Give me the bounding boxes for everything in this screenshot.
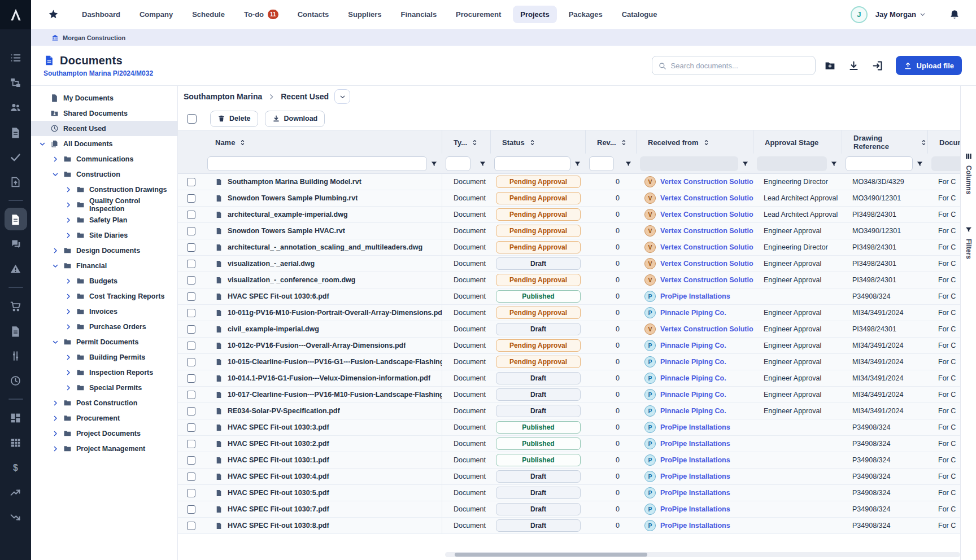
sort-icon[interactable] <box>920 139 927 146</box>
company-link[interactable]: Vertex Construction Solutions <box>660 227 753 235</box>
filters-toggle[interactable]: Filters <box>965 226 973 259</box>
chevron-right-icon[interactable] <box>52 247 59 254</box>
table-row[interactable]: civil_example-imperial.dwgDocumentDraft0… <box>178 321 960 338</box>
clock-icon[interactable] <box>5 369 27 392</box>
upload-file-button[interactable]: Upload file <box>896 56 962 75</box>
tree-item-design-documents[interactable]: Design Documents <box>31 243 177 258</box>
tree-item-communications[interactable]: Communications <box>31 151 177 167</box>
table-row[interactable]: HVAC SPEC Fit-out 1030:6.pdfDocumentPubl… <box>178 288 960 305</box>
nav-item-packages[interactable]: Packages <box>561 6 610 23</box>
filter-input-type[interactable] <box>446 156 470 171</box>
user-menu[interactable]: Jay Morgan <box>875 10 926 19</box>
row-checkbox[interactable] <box>187 423 195 432</box>
company-link[interactable]: ProPipe Installations <box>660 522 730 530</box>
search-input[interactable] <box>671 62 809 70</box>
user-avatar[interactable]: J <box>851 6 868 23</box>
tree-item-quality-control-inspection[interactable]: Quality Control Inspection <box>31 197 177 212</box>
chat-icon[interactable] <box>5 233 27 255</box>
sliders-icon[interactable] <box>5 344 27 367</box>
nav-item-procurement[interactable]: Procurement <box>448 6 508 23</box>
breadcrumb-dropdown-button[interactable] <box>334 89 350 104</box>
tree-item-shared-documents[interactable]: Shared Documents <box>31 106 177 121</box>
chevron-right-icon[interactable] <box>65 232 72 239</box>
company-link[interactable]: Vertex Construction Solutions <box>660 194 753 202</box>
warning-icon[interactable] <box>5 257 27 280</box>
table-row[interactable]: HVAC SPEC Fit-out 1030:7.pdfDocumentDraf… <box>178 501 960 518</box>
row-checkbox[interactable] <box>187 473 195 481</box>
sort-icon[interactable] <box>239 139 246 146</box>
column-header-docum[interactable]: Docum <box>928 130 960 154</box>
table-row[interactable]: 10-015-Clearline-Fusion---PV16-G1---Fusi… <box>178 354 960 370</box>
chevron-down-icon[interactable] <box>52 262 59 269</box>
tree-item-special-permits[interactable]: Special Permits <box>31 380 177 395</box>
select-all-checkbox[interactable] <box>187 114 197 124</box>
row-checkbox[interactable] <box>187 440 195 448</box>
company-link[interactable]: Pinnacle Piping Co. <box>660 342 726 349</box>
tree-item-building-permits[interactable]: Building Permits <box>31 349 177 365</box>
company-link[interactable]: ProPipe Installations <box>660 473 730 480</box>
table-row[interactable]: RE034-Solar-PV-Specification.pdfDocument… <box>178 403 960 419</box>
nav-item-contacts[interactable]: Contacts <box>290 6 337 23</box>
chevron-right-icon[interactable] <box>52 156 59 163</box>
list-icon[interactable] <box>5 46 27 69</box>
tree-item-permit-documents[interactable]: Permit Documents <box>31 334 177 349</box>
table-row[interactable]: HVAC SPEC Fit-out 1030:2.pdfDocumentPubl… <box>178 436 960 452</box>
filter-input-status[interactable] <box>494 156 570 171</box>
tree-item-safety-plan[interactable]: Safety Plan <box>31 212 177 228</box>
row-checkbox[interactable] <box>187 292 195 301</box>
download-button[interactable] <box>845 56 863 75</box>
tree-item-construction-drawings[interactable]: Construction Drawings <box>31 182 177 197</box>
nav-item-suppliers[interactable]: Suppliers <box>341 6 389 23</box>
tree-item-my-documents[interactable]: My Documents <box>31 90 177 106</box>
row-checkbox[interactable] <box>187 211 195 219</box>
app-logo[interactable] <box>0 0 31 29</box>
table-row[interactable]: HVAC SPEC Fit-out 1030:4.pdfDocumentDraf… <box>178 469 960 485</box>
company-link[interactable]: Vertex Construction Solutions <box>660 325 753 333</box>
project-link[interactable]: Southampton Marina P/2024/M032 <box>43 69 153 77</box>
table-icon[interactable] <box>5 431 27 454</box>
row-checkbox[interactable] <box>187 309 195 317</box>
document-icon[interactable] <box>5 121 27 143</box>
tree-item-budgets[interactable]: Budgets <box>31 273 177 288</box>
company-link[interactable]: ProPipe Installations <box>660 456 730 464</box>
nav-item-dashboard[interactable]: Dashboard <box>75 6 128 23</box>
company-link[interactable]: Pinnacle Piping Co. <box>660 407 726 415</box>
nav-item-financials[interactable]: Financials <box>394 6 445 23</box>
check-icon[interactable] <box>5 146 27 168</box>
tree-item-project-management[interactable]: Project Management <box>31 441 177 456</box>
nav-item-company[interactable]: Company <box>132 6 180 23</box>
filter-funnel-icon[interactable] <box>830 160 838 168</box>
chevron-right-icon[interactable] <box>65 308 72 315</box>
company-link[interactable]: Pinnacle Piping Co. <box>660 309 726 317</box>
download-selected-button[interactable]: Download <box>265 111 325 127</box>
tree-item-project-documents[interactable]: Project Documents <box>31 426 177 441</box>
filter-funnel-icon[interactable] <box>479 160 486 168</box>
row-checkbox[interactable] <box>187 456 195 465</box>
tree-item-inspection-reports[interactable]: Inspection Reports <box>31 365 177 380</box>
table-row[interactable]: visualization_-_aerial.dwgDocumentDraft0… <box>178 256 960 272</box>
filter-funnel-icon[interactable] <box>625 160 632 168</box>
documents-icon[interactable] <box>5 208 27 230</box>
row-checkbox[interactable] <box>187 489 195 497</box>
table-row[interactable]: HVAC SPEC Fit-out 1030:8.pdfDocumentDraf… <box>178 518 960 534</box>
column-header-name[interactable]: Name <box>204 130 442 154</box>
table-row[interactable]: 10-017-Clearline-Fusion---PV16-M10-Fusio… <box>178 387 960 403</box>
chevron-right-icon[interactable] <box>52 400 59 406</box>
filter-funnel-icon[interactable] <box>742 160 749 168</box>
row-checkbox[interactable] <box>187 227 195 235</box>
delete-button[interactable]: Delete <box>210 111 258 127</box>
row-checkbox[interactable] <box>187 358 195 366</box>
columns-toggle[interactable]: Columns <box>965 152 973 194</box>
trend-up-icon[interactable] <box>5 481 27 504</box>
sort-icon[interactable] <box>529 139 536 146</box>
table-row[interactable]: Snowdon Towers Sample Plumbing.rvtDocume… <box>178 190 960 207</box>
breadcrumb-project[interactable]: Southampton Marina <box>184 92 262 101</box>
notifications-bell-icon[interactable] <box>949 9 960 20</box>
company-link[interactable]: Vertex Construction Solutions <box>660 178 753 186</box>
tree-item-recent-used[interactable]: Recent Used <box>31 121 177 136</box>
nav-item-catalogue[interactable]: Catalogue <box>615 6 665 23</box>
tree-item-post-construction[interactable]: Post Construction <box>31 395 177 410</box>
column-header-status[interactable]: Status <box>491 130 586 154</box>
chevron-right-icon[interactable] <box>65 293 72 300</box>
company-link[interactable]: Vertex Construction Solutions <box>660 260 753 268</box>
